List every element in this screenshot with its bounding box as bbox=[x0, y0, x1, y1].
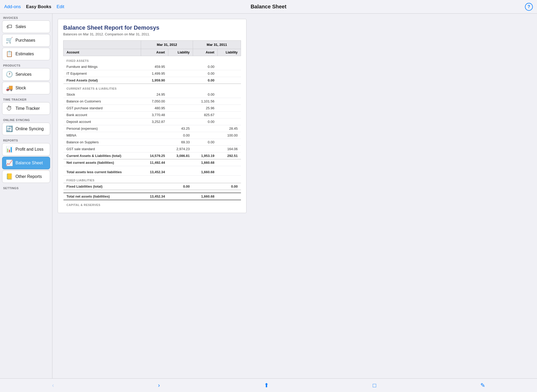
sidebar-item-estimates[interactable]: 📋Estimates bbox=[2, 48, 50, 60]
subheader-account: Account bbox=[63, 49, 141, 56]
table-row: Net current assets (liabilities)11,492.4… bbox=[63, 159, 241, 166]
table-section-header: FIXED ASSETS bbox=[63, 56, 241, 64]
sidebar-section-time-tracker: TIME TRACKER bbox=[0, 95, 52, 102]
sidebar-section-products: PRODUCTS bbox=[0, 61, 52, 68]
sidebar-item-sales[interactable]: 🏷Sales bbox=[2, 20, 50, 33]
addons-button[interactable]: Add-ons bbox=[4, 4, 21, 9]
subheader-asset2: Asset bbox=[193, 49, 217, 56]
sidebar-section-reports: REPORTS bbox=[0, 136, 52, 143]
sidebar-item-label-services: Services bbox=[15, 72, 31, 77]
sidebar-section-online-syncing: ONLINE SYNCING bbox=[0, 116, 52, 123]
services-icon: 🕐 bbox=[6, 71, 13, 78]
main-content: INVOICES🏷Sales🛒Purchases📋EstimatesPRODUC… bbox=[0, 14, 537, 378]
sidebar-item-label-other-reports: Other Reports bbox=[15, 174, 42, 179]
folder-button[interactable]: □ bbox=[367, 380, 381, 391]
report-title: Balance Sheet Report for Demosys bbox=[63, 24, 241, 31]
table-section-header: FIXED LIABILITIES bbox=[63, 176, 241, 183]
sidebar-item-label-profit-and-loss: Profit and Loss bbox=[15, 147, 44, 152]
back-button[interactable]: ‹ bbox=[47, 380, 59, 391]
sidebar-item-label-time-tracker: Time Tracker bbox=[15, 106, 40, 111]
report-subtitle: Balances on Mar 31, 2012. Comparison on … bbox=[63, 32, 241, 36]
balance-sheet-icon: 📈 bbox=[6, 160, 13, 166]
sidebar-item-time-tracker[interactable]: ⏱Time Tracker bbox=[2, 102, 50, 115]
col1-header: Mar 31, 2012 bbox=[141, 41, 193, 49]
time-tracker-icon: ⏱ bbox=[6, 105, 13, 112]
table-row: GST sale standard2,974.23164.06 bbox=[63, 146, 241, 153]
sidebar-item-purchases[interactable]: 🛒Purchases bbox=[2, 34, 50, 47]
sidebar-item-label-stock: Stock bbox=[15, 86, 26, 90]
table-row: Fixed Liabilities (total)0.000.00 bbox=[63, 183, 241, 190]
subheader-liab1: Liability bbox=[168, 49, 193, 56]
table-section-header: CURRENT ASSETS & LIABILITIES bbox=[63, 84, 241, 91]
top-bar-right: ? bbox=[357, 3, 533, 11]
compose-button[interactable]: ✎ bbox=[475, 380, 490, 391]
forward-button[interactable]: › bbox=[153, 380, 165, 391]
online-syncing-icon: 🔄 bbox=[6, 126, 13, 132]
app-title: Easy Books bbox=[26, 4, 51, 9]
bottom-bar: ‹ › ⬆ □ ✎ bbox=[0, 378, 537, 392]
col2-header: Mar 31, 2011 bbox=[193, 41, 241, 49]
table-spacer bbox=[63, 190, 241, 193]
sidebar-item-label-purchases: Purchases bbox=[15, 38, 35, 43]
table-section-header: CAPITAL & RESERVES bbox=[63, 200, 241, 208]
table-row: Current Assets & Liabilities (total)14,5… bbox=[63, 153, 241, 159]
sidebar-item-label-estimates: Estimates bbox=[15, 52, 34, 56]
sidebar-item-online-syncing[interactable]: 🔄Online Syncing bbox=[2, 123, 50, 135]
help-button[interactable]: ? bbox=[525, 3, 533, 11]
sales-icon: 🏷 bbox=[6, 23, 13, 30]
sidebar-item-stock[interactable]: 🚚Stock bbox=[2, 82, 50, 94]
sidebar-item-services[interactable]: 🕐Services bbox=[2, 68, 50, 81]
sidebar-item-label-sales: Sales bbox=[15, 24, 26, 29]
sidebar-section-invoices: INVOICES bbox=[0, 14, 52, 20]
content-area: Balance Sheet Report for Demosys Balance… bbox=[52, 14, 537, 378]
profit-and-loss-icon: 📊 bbox=[6, 146, 13, 153]
table-spacer bbox=[63, 166, 241, 169]
table-row: Stock24.950.00 bbox=[63, 91, 241, 98]
table-row: MBNA0.00100.00 bbox=[63, 132, 241, 139]
share-button[interactable]: ⬆ bbox=[259, 380, 274, 391]
sidebar-item-other-reports[interactable]: 📒Other Reports bbox=[2, 170, 50, 183]
purchases-icon: 🛒 bbox=[6, 37, 13, 44]
sidebar-section-settings: SETTINGS bbox=[0, 184, 52, 191]
other-reports-icon: 📒 bbox=[6, 173, 13, 180]
top-bar-left: Add-ons Easy Books Edit bbox=[4, 4, 180, 9]
table-row: Total assets less current liabilities13,… bbox=[63, 169, 241, 176]
table-row: Balance on Suppliers69.330.00 bbox=[63, 139, 241, 146]
table-row: IT Equipment1,499.950.00 bbox=[63, 70, 241, 77]
subheader-asset1: Asset bbox=[141, 49, 168, 56]
sidebar-item-label-online-syncing: Online Syncing bbox=[15, 127, 44, 131]
sidebar-item-balance-sheet[interactable]: 📈Balance Sheet bbox=[2, 157, 50, 169]
sidebar-item-profit-and-loss[interactable]: 📊Profit and Loss bbox=[2, 143, 50, 156]
edit-button[interactable]: Edit bbox=[57, 4, 64, 9]
stock-icon: 🚚 bbox=[6, 85, 13, 91]
sidebar: INVOICES🏷Sales🛒Purchases📋EstimatesPRODUC… bbox=[0, 14, 52, 378]
balance-table: Mar 31, 2012 Mar 31, 2011 Account Asset … bbox=[63, 40, 241, 208]
table-row: Personal (expenses)43.2528.45 bbox=[63, 125, 241, 132]
table-row: Bank account3,770.48825.67 bbox=[63, 112, 241, 118]
page-title: Balance Sheet bbox=[180, 4, 357, 10]
sidebar-item-label-balance-sheet: Balance Sheet bbox=[15, 161, 43, 165]
table-row: Fixed Assets (total)1,959.900.00 bbox=[63, 77, 241, 84]
table-row: Furniture and fittings459.950.00 bbox=[63, 63, 241, 70]
table-row: Balance on Customers7,050.001,101.56 bbox=[63, 98, 241, 105]
report-container: Balance Sheet Report for Demosys Balance… bbox=[58, 19, 246, 213]
table-header-row-1: Mar 31, 2012 Mar 31, 2011 bbox=[63, 41, 241, 49]
subheader-liab2: Liability bbox=[218, 49, 241, 56]
account-header bbox=[63, 41, 141, 49]
top-bar: Add-ons Easy Books Edit Balance Sheet ? bbox=[0, 0, 537, 14]
estimates-icon: 📋 bbox=[6, 51, 13, 57]
table-row: Total net assets (liabilities)13,452.341… bbox=[63, 193, 241, 200]
table-row: Deposit account3,252.870.00 bbox=[63, 118, 241, 125]
table-row: GST purchase standard480.9525.96 bbox=[63, 105, 241, 112]
table-header-row-2: Account Asset Liability Asset Liability bbox=[63, 49, 241, 56]
